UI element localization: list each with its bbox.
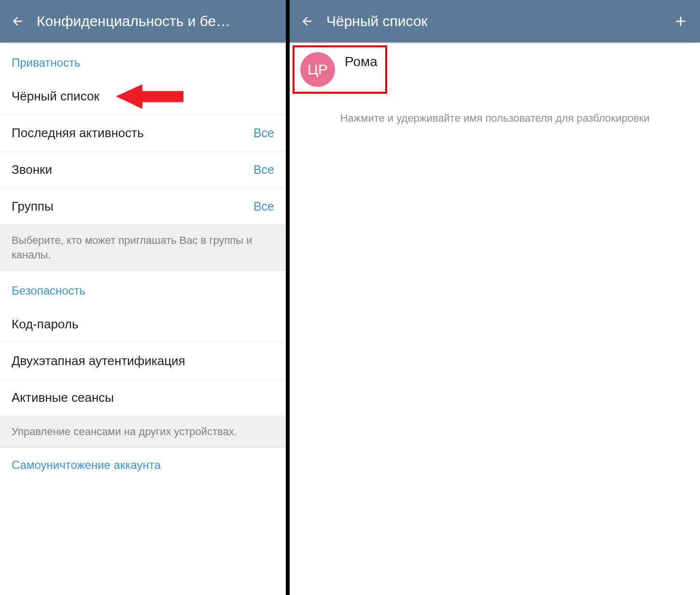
page-title: Чёрный список: [326, 13, 669, 29]
annotation-arrow: [116, 83, 183, 110]
info-text-security: Управление сеансами на других устройства…: [0, 416, 286, 448]
section-header-security: Безопасность: [0, 270, 286, 306]
row-label: Чёрный список: [12, 89, 99, 104]
page-title: Конфиденциальность и бе…: [37, 13, 278, 29]
section-header-account: Самоуничтожение аккаунта: [0, 448, 286, 472]
row-label: Активные сеансы: [12, 390, 114, 405]
row-value: Все: [253, 163, 274, 177]
arrow-icon: [116, 83, 183, 110]
annotation-highlight: ЦР Рома: [293, 45, 387, 94]
info-text-privacy: Выберите, кто может приглашать Вас в гру…: [0, 225, 286, 270]
hint-text: Нажмите и удерживайте имя пользователя д…: [290, 94, 700, 126]
back-button[interactable]: [8, 12, 27, 31]
row-active-sessions[interactable]: Активные сеансы: [0, 380, 286, 416]
header: Конфиденциальность и бе…: [0, 0, 286, 42]
section-header-privacy: Приватность: [0, 42, 286, 78]
screen-divider: [286, 0, 290, 595]
avatar: ЦР: [300, 52, 335, 87]
row-groups[interactable]: Группы Все: [0, 188, 286, 225]
blocked-contact-row[interactable]: ЦР Рома: [294, 47, 385, 92]
back-arrow-icon: [300, 14, 314, 28]
row-blacklist[interactable]: Чёрный список: [0, 78, 286, 115]
back-arrow-icon: [11, 14, 24, 28]
blacklist-screen: Чёрный список ЦР Рома Нажмите и удержива…: [290, 0, 700, 595]
row-label: Последняя активность: [12, 126, 144, 141]
add-button[interactable]: [669, 10, 692, 33]
svg-marker-0: [116, 84, 183, 109]
privacy-settings-screen: Конфиденциальность и бе… Приватность Чёр…: [0, 0, 286, 595]
plus-icon: [673, 14, 688, 29]
row-calls[interactable]: Звонки Все: [0, 152, 286, 188]
row-label: Двухэтапная аутентификация: [12, 354, 185, 368]
avatar-initials: ЦР: [308, 61, 328, 78]
row-label: Звонки: [12, 162, 52, 177]
contact-name: Рома: [345, 54, 378, 70]
row-two-step[interactable]: Двухэтапная аутентификация: [0, 343, 286, 380]
row-label: Группы: [12, 199, 54, 214]
row-value: Все: [253, 126, 274, 140]
header: Чёрный список: [290, 0, 700, 42]
back-button[interactable]: [297, 12, 317, 31]
row-label: Код-пароль: [12, 317, 78, 332]
row-last-seen[interactable]: Последняя активность Все: [0, 115, 286, 152]
row-value: Все: [253, 199, 274, 213]
row-passcode[interactable]: Код-пароль: [0, 306, 286, 343]
